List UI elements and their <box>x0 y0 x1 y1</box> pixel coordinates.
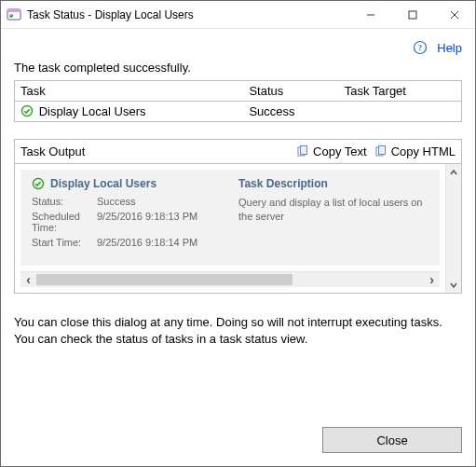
scrollbar-thumb[interactable] <box>36 274 292 285</box>
scroll-right-icon[interactable]: › <box>424 272 440 287</box>
horizontal-scrollbar[interactable]: ‹ › <box>20 271 440 287</box>
svg-rect-4 <box>409 11 416 19</box>
dialog-window: Task Status - Display Local Users ? Help… <box>0 0 476 467</box>
kv-status-value: Success <box>97 196 222 207</box>
kv-scheduled-label: Scheduled Time: <box>32 211 97 233</box>
copy-html-button[interactable]: Copy HTML <box>374 144 456 158</box>
scroll-down-icon[interactable] <box>446 277 461 293</box>
copy-icon <box>296 145 309 158</box>
copy-text-button[interactable]: Copy Text <box>296 144 367 158</box>
task-output-header: Task Output Copy Text Copy HTML <box>14 139 462 163</box>
svg-rect-1 <box>7 9 20 12</box>
task-description-header: Task Description <box>238 177 428 190</box>
success-icon <box>20 104 34 117</box>
col-header-task[interactable]: Task <box>15 81 244 102</box>
output-task-title: Display Local Users <box>50 177 156 190</box>
col-header-target[interactable]: Task Target <box>339 81 462 102</box>
task-description: Query and display a list of local users … <box>238 196 428 224</box>
vertical-scrollbar[interactable] <box>445 164 461 293</box>
kv-scheduled-value: 9/25/2016 9:18:13 PM <box>97 211 222 233</box>
window-close-button[interactable] <box>433 1 475 28</box>
task-output-content: Display Local Users Status: Success Sche… <box>20 170 440 266</box>
task-output-panel: Display Local Users Status: Success Sche… <box>14 163 462 294</box>
maximize-button[interactable] <box>391 1 433 28</box>
table-row[interactable]: Display Local Users Success <box>15 102 462 122</box>
titlebar[interactable]: Task Status - Display Local Users <box>1 1 475 29</box>
help-icon[interactable]: ? <box>413 40 428 55</box>
minimize-button[interactable] <box>349 1 391 28</box>
copy-icon <box>374 145 388 158</box>
svg-rect-11 <box>301 145 307 154</box>
kv-start-value: 9/25/2016 9:18:14 PM <box>97 237 222 248</box>
svg-rect-13 <box>378 145 385 154</box>
task-output-label: Task Output <box>20 144 289 158</box>
help-link[interactable]: Help <box>437 41 462 55</box>
scroll-up-icon[interactable] <box>446 164 461 180</box>
row-status: Success <box>243 102 338 122</box>
svg-text:?: ? <box>418 43 423 52</box>
close-button[interactable]: Close <box>322 427 462 453</box>
kv-status-label: Status: <box>32 196 97 207</box>
status-message: The task completed successfully. <box>14 61 462 75</box>
app-icon <box>7 7 21 22</box>
row-task-name: Display Local Users <box>39 104 146 118</box>
window-title: Task Status - Display Local Users <box>27 8 349 21</box>
col-header-status[interactable]: Status <box>243 81 338 102</box>
scroll-left-icon[interactable]: ‹ <box>20 272 36 287</box>
row-target <box>339 102 462 122</box>
kv-start-label: Start Time: <box>32 237 97 248</box>
task-summary-table: Task Status Task Target Display Loc <box>14 80 462 122</box>
success-icon <box>32 177 45 190</box>
informational-note: You can close this dialog at any time. D… <box>14 314 462 347</box>
dialog-body: ? Help The task completed successfully. … <box>1 29 475 466</box>
